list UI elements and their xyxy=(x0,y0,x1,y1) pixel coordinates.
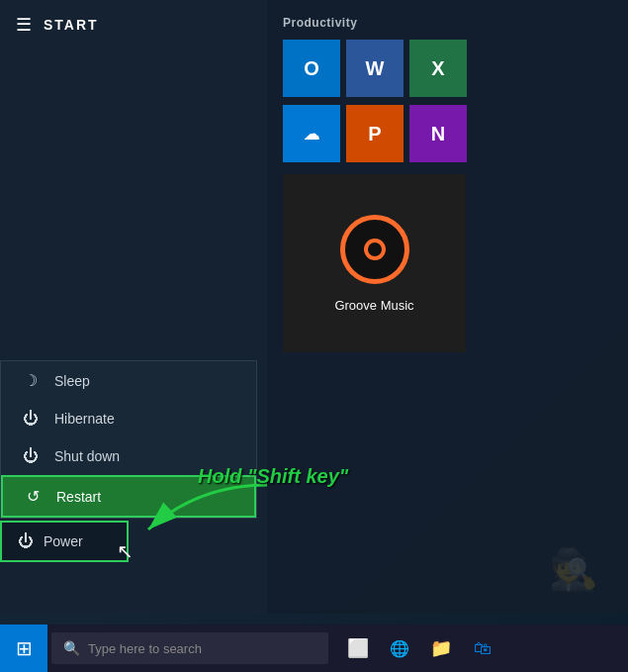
task-view-button[interactable]: ⬜ xyxy=(340,630,376,666)
start-title: START xyxy=(44,17,99,33)
section-title: Productivity xyxy=(283,16,612,30)
store-icon: 🛍 xyxy=(474,638,492,659)
desktop: Productivity O W X ☁ P N xyxy=(0,0,628,672)
search-placeholder: Type here to search xyxy=(88,641,202,656)
hibernate-icon: ⏻ xyxy=(21,410,41,428)
shutdown-label: Shut down xyxy=(54,448,120,464)
taskbar-search[interactable]: 🔍 Type here to search xyxy=(51,632,328,664)
task-view-icon: ⬜ xyxy=(347,637,369,659)
tile-excel[interactable]: X xyxy=(409,40,467,97)
power-button[interactable]: ⏻ Power xyxy=(0,521,129,562)
power-menu-hibernate[interactable]: ⏻ Hibernate xyxy=(1,400,256,437)
tile-onenote[interactable]: N xyxy=(409,105,467,162)
restart-label: Restart xyxy=(56,489,101,505)
tile-groove-music[interactable]: Groove Music xyxy=(283,174,466,352)
taskbar-icons: ⬜ 🌐 📁 🛍 xyxy=(340,630,628,666)
shutdown-icon: ⏻ xyxy=(21,447,41,465)
sleep-icon: ☽ xyxy=(21,371,41,390)
search-icon: 🔍 xyxy=(63,640,80,656)
tile-onedrive[interactable]: ☁ xyxy=(283,105,340,162)
watermark: 🕵 xyxy=(549,546,598,593)
power-menu-sleep[interactable]: ☽ Sleep xyxy=(1,361,256,400)
sleep-label: Sleep xyxy=(54,373,90,389)
power-button-icon: ⏻ xyxy=(18,532,34,550)
restart-icon: ↺ xyxy=(23,487,43,506)
groove-music-label: Groove Music xyxy=(334,298,413,313)
tile-powerpoint[interactable]: P xyxy=(346,105,404,162)
tiles-area: Productivity O W X ☁ P N xyxy=(267,0,628,614)
hamburger-icon[interactable]: ☰ xyxy=(16,14,32,36)
annotation-text: Hold "Shift key" xyxy=(198,465,348,488)
hibernate-label: Hibernate xyxy=(54,411,115,427)
folder-icon: 📁 xyxy=(430,637,452,659)
file-explorer-button[interactable]: 📁 xyxy=(423,630,459,666)
power-button-label: Power xyxy=(44,533,83,549)
annotation-container: Hold "Shift key" xyxy=(198,465,348,488)
tile-word[interactable]: W xyxy=(346,40,404,97)
start-button[interactable]: ⊞ xyxy=(0,624,47,672)
tile-outlook[interactable]: O xyxy=(283,40,340,97)
windows-logo-icon: ⊞ xyxy=(16,636,33,660)
edge-browser-button[interactable]: 🌐 xyxy=(382,630,417,666)
edge-icon: 🌐 xyxy=(390,639,409,658)
taskbar: ⊞ 🔍 Type here to search ⬜ 🌐 📁 🛍 xyxy=(0,624,628,672)
start-header: ☰ START xyxy=(0,0,267,49)
store-button[interactable]: 🛍 xyxy=(465,630,500,666)
